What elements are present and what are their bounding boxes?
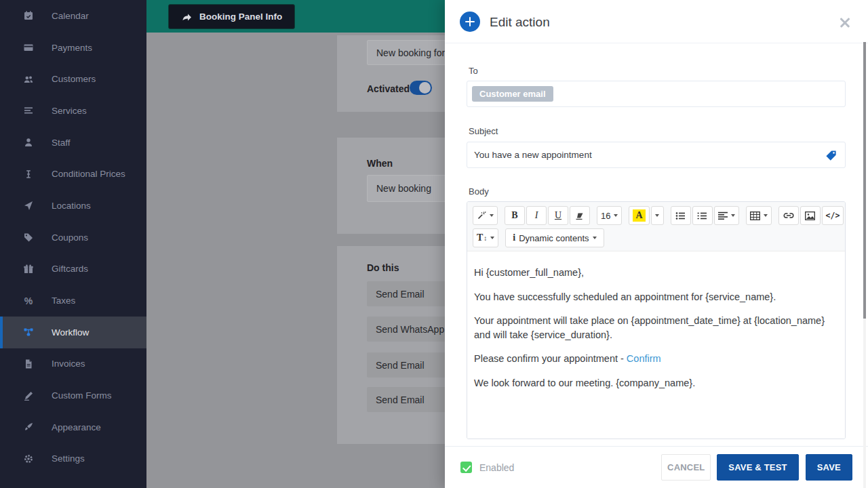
coupons-icon [23, 232, 34, 243]
action-row-label: Send Email [376, 289, 425, 300]
plus-icon[interactable] [460, 12, 480, 32]
booking-panel-info-button[interactable]: Booking Panel Info [168, 4, 295, 29]
sidebar-item-label: Workflow [52, 327, 89, 338]
when-select[interactable]: New booking [367, 175, 445, 202]
sidebar-item-label: Locations [52, 201, 91, 211]
sidebar-item-label: Customers [52, 74, 96, 84]
enabled-checkbox[interactable] [460, 462, 472, 473]
topbar: Booking Panel Info [146, 0, 445, 33]
to-label: To [469, 66, 478, 76]
close-icon[interactable] [840, 17, 850, 28]
action-row[interactable]: Send Email [367, 387, 445, 412]
body-paragraph: Please confirm your appointment - Confir… [474, 352, 838, 366]
subject-label: Subject [469, 126, 498, 136]
sidebar-item-invoices[interactable]: Invoices [0, 348, 146, 380]
activated-label: Activated [367, 83, 410, 94]
email-body-editable[interactable]: Hi {customer_full_name}, You have succes… [467, 251, 845, 439]
staff-icon [23, 137, 34, 148]
sidebar-item-coupons[interactable]: Coupons [0, 222, 146, 253]
code-view-button[interactable]: </> [822, 206, 844, 225]
underline-button[interactable]: U [548, 206, 568, 225]
sidebar-item-payments[interactable]: Payments [0, 32, 146, 64]
scrollbar-thumb[interactable] [863, 42, 866, 319]
editor-toolbar: B I U 16 A [467, 202, 845, 251]
sidebar-item-conditional-prices[interactable]: Conditional Prices [0, 158, 146, 190]
body-paragraph: Your appointment will take place on {app… [474, 314, 838, 342]
line-height-dropdown[interactable]: T ↕ [473, 228, 498, 247]
caret-down-icon [731, 214, 735, 217]
sidebar-item-label: Taxes [52, 296, 75, 306]
dynamic-contents-dropdown[interactable]: i Dynamic contents [505, 228, 604, 247]
save-button[interactable]: SAVE [806, 454, 852, 481]
booking-panel-info-label: Booking Panel Info [199, 12, 282, 22]
action-row[interactable]: Send Email [367, 281, 445, 306]
confirm-link[interactable]: Confirm [627, 353, 661, 364]
sidebar-item-locations[interactable]: Locations [0, 190, 146, 222]
insert-link-button[interactable] [778, 206, 799, 225]
body-label: Body [469, 186, 489, 197]
sidebar-item-label: Invoices [52, 359, 85, 369]
caret-down-icon [655, 214, 659, 217]
sidebar-item-label: Calendar [52, 11, 89, 21]
table-dropdown[interactable] [746, 206, 772, 225]
updown-icon: ↕ [484, 235, 487, 242]
align-icon [718, 211, 728, 220]
customers-icon [23, 74, 34, 85]
font-size-dropdown[interactable]: 16 [597, 206, 622, 225]
sidebar-item-label: Payments [52, 43, 92, 53]
action-row[interactable]: Send Email [367, 352, 445, 378]
sidebar-item-label: Services [52, 106, 87, 116]
paragraph-align-dropdown[interactable] [714, 206, 739, 225]
subject-input[interactable]: You have a new appointment [467, 142, 846, 168]
workflow-background-content: New booking for Cu Activated When New bo… [146, 33, 445, 488]
caret-down-icon [490, 214, 494, 217]
when-title: When [367, 158, 393, 169]
to-input[interactable]: Customer email [467, 81, 846, 107]
italic-button[interactable]: I [526, 206, 547, 225]
panel-footer: Enabled CANCEL SAVE & TEST SAVE [445, 446, 868, 488]
sidebar-item-services[interactable]: Services [0, 95, 146, 127]
magic-style-button[interactable] [473, 206, 498, 225]
sidebar-item-staff[interactable]: Staff [0, 127, 146, 159]
font-color-button[interactable]: A [629, 206, 649, 225]
do-this-title: Do this [367, 262, 399, 273]
tag-icon[interactable] [825, 149, 837, 165]
when-card: When New booking [337, 138, 445, 234]
caret-down-icon [764, 214, 768, 217]
info-icon: i [513, 232, 515, 243]
trigger-card: New booking for Cu Activated [337, 35, 445, 112]
recipient-chip[interactable]: Customer email [472, 86, 553, 102]
magic-wand-icon [477, 211, 486, 220]
save-and-test-button[interactable]: SAVE & TEST [717, 454, 798, 481]
workflow-name-input[interactable]: New booking for Cu [367, 40, 445, 65]
sidebar-item-settings[interactable]: Settings [0, 443, 146, 475]
share-arrow-icon [181, 12, 193, 22]
sidebar-item-customers[interactable]: Customers [0, 63, 146, 95]
sidebar-item-taxes[interactable]: % Taxes [0, 285, 146, 317]
services-icon [23, 105, 34, 116]
insert-image-button[interactable] [800, 206, 821, 225]
sidebar-item-label: Settings [52, 453, 85, 464]
cancel-button[interactable]: CANCEL [661, 454, 711, 481]
ordered-list-button[interactable] [692, 206, 713, 225]
unordered-list-button[interactable] [671, 206, 691, 225]
sidebar-item-label: Custom Forms [52, 390, 112, 401]
clear-format-button[interactable] [570, 206, 590, 225]
sidebar-item-label: Coupons [52, 232, 88, 243]
action-row[interactable]: Send WhatsApp mes [367, 317, 445, 342]
sidebar-item-custom-forms[interactable]: Custom Forms [0, 380, 146, 411]
bold-button[interactable]: B [505, 206, 525, 225]
workflow-name-value: New booking for Cu [376, 47, 445, 58]
body-paragraph: Hi {customer_full_name}, [474, 266, 838, 280]
do-this-card: Do this Send Email Send WhatsApp mes Sen… [337, 246, 445, 444]
sidebar-item-appearance[interactable]: Appearance [0, 411, 146, 443]
edit-action-panel: Edit action To Customer email Subject Yo… [445, 0, 868, 488]
sidebar-item-calendar[interactable]: Calendar [0, 0, 146, 32]
body-paragraph: You have successfully scheduled an appoi… [474, 290, 838, 304]
sidebar-item-workflow[interactable]: Workflow [0, 317, 146, 348]
font-color-dropdown[interactable] [651, 206, 664, 225]
dynamic-contents-label: Dynamic contents [519, 233, 589, 243]
sidebar-item-giftcards[interactable]: Giftcards [0, 253, 146, 285]
activated-toggle[interactable] [410, 81, 432, 95]
conditional-prices-icon [23, 169, 34, 180]
